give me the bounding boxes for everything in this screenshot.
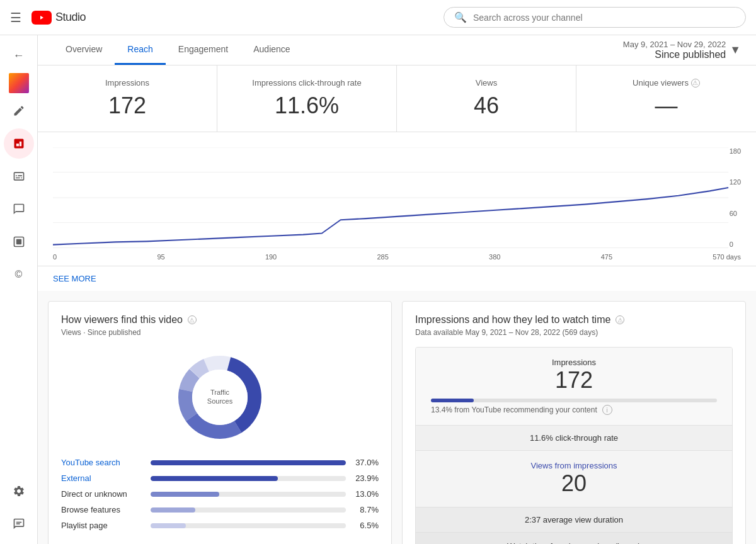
nav-tabs: Overview Reach Engagement Audience	[53, 35, 303, 65]
sidebar: ← ©	[0, 35, 38, 544]
direct-pct: 13.0%	[353, 489, 379, 499]
chart-x-95: 95	[157, 253, 164, 261]
chart-area: 180 120 60 0 0 95 190 285 380 475 570 da…	[38, 132, 756, 266]
chart-x-380: 380	[489, 253, 500, 261]
direct-bar	[151, 492, 219, 497]
chart-container: 180 120 60 0	[53, 147, 741, 248]
external-bar-bg	[151, 476, 346, 481]
search-bar[interactable]: 🔍	[444, 7, 746, 28]
metric-unique-label: Unique viewers ⚠	[592, 78, 741, 88]
sidebar-item-thumbnail[interactable]	[9, 73, 29, 93]
funnel-watchtime-label: Watch time from impressions (hours)	[446, 541, 702, 544]
main-content: Overview Reach Engagement Audience May 9…	[38, 35, 756, 544]
metric-ctr: Impressions click-through rate 11.6%	[217, 65, 397, 132]
tab-reach[interactable]: Reach	[115, 35, 165, 65]
tab-overview[interactable]: Overview	[53, 35, 115, 65]
youtube-search-bar	[151, 460, 346, 465]
funnel-recommend-info-icon[interactable]: i	[602, 405, 612, 415]
youtube-logo	[32, 11, 52, 25]
traffic-panel: How viewers find this video ⚠ Views · Si…	[48, 301, 392, 544]
playlist-bar	[151, 523, 186, 528]
funnel-impressions-block: Impressions 172 13.4% from YouTube recom…	[416, 348, 732, 426]
date-range[interactable]: May 9, 2021 – Nov 29, 2022 Since publish…	[623, 40, 741, 60]
funnel-views-block: Views from impressions 20	[416, 451, 732, 507]
svg-text:Sources: Sources	[207, 397, 233, 405]
funnel-panel-subtitle: Data available May 9, 2021 – Nov 28, 202…	[415, 328, 733, 337]
svg-text:Traffic: Traffic	[210, 388, 229, 396]
traffic-row-youtube-search: YouTube search 37.0%	[61, 458, 379, 467]
funnel-impressions-note: 13.4% from YouTube recommending your con…	[431, 405, 717, 415]
browse-label: Browse features	[61, 505, 120, 514]
svg-rect-2	[16, 522, 21, 523]
sidebar-item-settings[interactable]	[4, 476, 34, 506]
sidebar-item-analytics[interactable]	[4, 128, 34, 159]
date-chevron-icon: ▼	[730, 43, 741, 57]
sidebar-item-copyright[interactable]: ©	[4, 259, 34, 290]
see-more-link[interactable]: SEE MORE	[38, 266, 756, 291]
studio-text: Studio	[55, 11, 86, 24]
sidebar-item-endscreens[interactable]	[4, 227, 34, 257]
browse-pct: 8.7%	[353, 505, 379, 514]
traffic-row-direct: Direct or unknown 13.0%	[61, 489, 379, 499]
funnel-views-label: Views from impressions	[436, 461, 712, 470]
traffic-row-playlist: Playlist page 6.5%	[61, 521, 379, 530]
metrics-row: Impressions 172 Impressions click-throug…	[38, 65, 756, 132]
direct-bar-bg	[151, 492, 346, 497]
tab-engagement[interactable]: Engagement	[166, 35, 241, 65]
menu-icon[interactable]: ☰	[10, 10, 21, 25]
bottom-panels: How viewers find this video ⚠ Views · Si…	[38, 291, 756, 544]
sidebar-item-subtitles[interactable]	[4, 161, 34, 191]
funnel-impressions-bar-bg	[431, 399, 717, 402]
logo: Studio	[32, 11, 86, 25]
chart-x-475: 475	[601, 253, 612, 261]
funnel-watchtime-block: Watch time from impressions (hours)	[416, 533, 732, 544]
unique-viewers-info-icon[interactable]: ⚠	[691, 79, 700, 88]
chart-x-0: 0	[53, 253, 57, 261]
funnel-impressions-value: 172	[431, 367, 717, 394]
traffic-sources: YouTube search 37.0% External 23.9%	[61, 458, 379, 530]
traffic-info-icon[interactable]: ⚠	[188, 315, 197, 324]
funnel-duration-separator: 2:37 average view duration	[416, 507, 732, 533]
funnel-views-value: 20	[436, 470, 712, 497]
browse-bar-bg	[151, 507, 346, 513]
traffic-panel-title: How viewers find this video ⚠	[61, 314, 379, 326]
donut-svg: Traffic Sources	[169, 347, 270, 448]
metric-impressions-label: Impressions	[53, 78, 202, 88]
metric-ctr-value: 11.6%	[232, 93, 381, 119]
youtube-search-link[interactable]: YouTube search	[61, 458, 120, 467]
metric-unique-viewers: Unique viewers ⚠ —	[576, 65, 756, 132]
chart-x-285: 285	[377, 253, 388, 261]
traffic-row-external: External 23.9%	[61, 473, 379, 483]
date-label: May 9, 2021 – Nov 29, 2022	[623, 40, 726, 49]
funnel-ctr-separator: 11.6% click-through rate	[416, 426, 732, 451]
sidebar-item-comments[interactable]	[4, 194, 34, 224]
top-section: Overview Reach Engagement Audience May 9…	[38, 35, 756, 291]
playlist-label: Playlist page	[61, 521, 108, 530]
direct-label: Direct or unknown	[61, 489, 127, 499]
browse-bar	[151, 507, 195, 513]
metric-views-value: 46	[412, 93, 561, 119]
header: ☰ Studio 🔍	[0, 0, 756, 35]
funnel-info-icon[interactable]: ⚠	[616, 315, 624, 324]
chart-x-570: 570 days	[713, 253, 741, 261]
tab-audience[interactable]: Audience	[241, 35, 302, 65]
sidebar-item-feedback[interactable]	[4, 509, 34, 539]
chart-x-labels: 0 95 190 285 380 475 570 days	[53, 251, 741, 261]
funnel-panel-title: Impressions and how they led to watch ti…	[415, 314, 733, 326]
funnel-impressions-label: Impressions	[431, 358, 717, 367]
layout: ← © Ove	[0, 35, 756, 544]
svg-rect-3	[16, 523, 20, 524]
youtube-search-pct: 37.0%	[353, 458, 379, 467]
sidebar-item-edit[interactable]	[4, 96, 34, 126]
metric-impressions-value: 172	[53, 93, 202, 119]
playlist-pct: 6.5%	[353, 521, 379, 530]
external-link[interactable]: External	[61, 473, 91, 483]
chart-x-190: 190	[265, 253, 277, 261]
traffic-row-browse: Browse features 8.7%	[61, 505, 379, 514]
date-period: Since published	[623, 49, 726, 60]
metric-unique-value: —	[592, 93, 741, 119]
search-input[interactable]	[473, 13, 735, 23]
sidebar-item-back[interactable]: ←	[4, 40, 34, 71]
youtube-search-bar-bg	[151, 460, 346, 465]
donut-container: Traffic Sources	[61, 347, 379, 448]
